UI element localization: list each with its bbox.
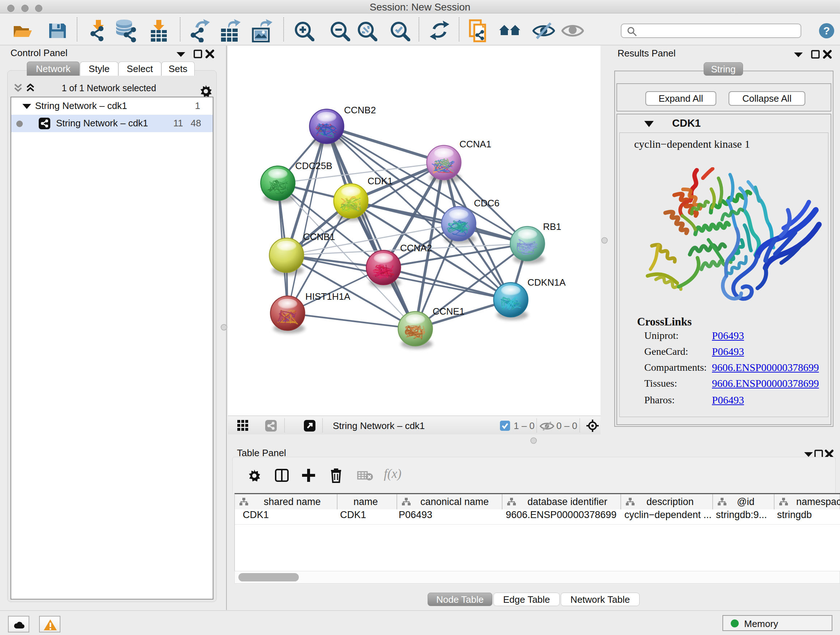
svg-text:CCNB2: CCNB2	[344, 105, 376, 116]
svg-text:CDC25B: CDC25B	[295, 160, 332, 171]
svg-text:CCNA2: CCNA2	[400, 242, 432, 253]
svg-text:HIST1H1A: HIST1H1A	[305, 291, 351, 302]
svg-text:CDK1: CDK1	[368, 176, 393, 187]
svg-text:RB1: RB1	[543, 221, 561, 232]
svg-text:?: ?	[823, 25, 830, 36]
svg-text:CCNE1: CCNE1	[433, 306, 464, 317]
svg-text:CDC6: CDC6	[474, 198, 500, 209]
svg-text:CCNB1: CCNB1	[303, 231, 335, 242]
svg-text:CCNA1: CCNA1	[459, 139, 491, 149]
svg-text:CDKN1A: CDKN1A	[527, 277, 566, 288]
